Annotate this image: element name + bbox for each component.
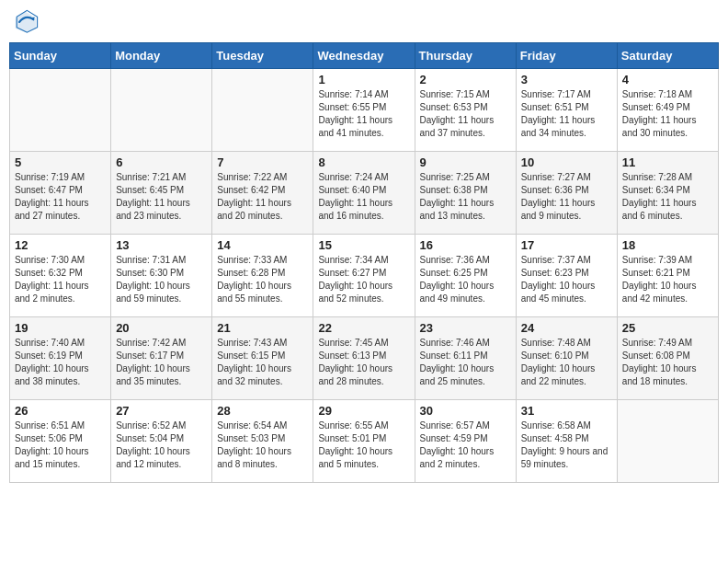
calendar-week-4: 19Sunrise: 7:40 AM Sunset: 6:19 PM Dayli… (10, 317, 719, 400)
day-info: Sunrise: 7:25 AM Sunset: 6:38 PM Dayligh… (420, 171, 511, 223)
day-info: Sunrise: 7:37 AM Sunset: 6:23 PM Dayligh… (521, 254, 612, 305)
day-number: 6 (116, 155, 207, 169)
calendar-week-2: 5Sunrise: 7:19 AM Sunset: 6:47 PM Daylig… (10, 152, 719, 235)
column-header-wednesday: Wednesday (313, 43, 415, 69)
calendar-cell: 12Sunrise: 7:30 AM Sunset: 6:32 PM Dayli… (10, 235, 111, 317)
day-number: 7 (217, 155, 308, 169)
day-number: 23 (420, 321, 511, 335)
calendar-table: SundayMondayTuesdayWednesdayThursdayFrid… (9, 42, 719, 483)
calendar-week-5: 26Sunrise: 6:51 AM Sunset: 5:06 PM Dayli… (10, 400, 719, 483)
day-info: Sunrise: 7:24 AM Sunset: 6:40 PM Dayligh… (318, 171, 409, 223)
logo-icon (13, 9, 39, 35)
calendar-cell: 30Sunrise: 6:57 AM Sunset: 4:59 PM Dayli… (415, 400, 516, 483)
calendar-cell: 16Sunrise: 7:36 AM Sunset: 6:25 PM Dayli… (415, 235, 516, 317)
day-info: Sunrise: 7:27 AM Sunset: 6:36 PM Dayligh… (521, 171, 612, 223)
day-number: 27 (116, 404, 207, 418)
day-number: 22 (318, 321, 409, 335)
day-number: 12 (15, 238, 106, 252)
column-header-saturday: Saturday (617, 43, 718, 69)
column-header-sunday: Sunday (10, 43, 111, 69)
column-header-thursday: Thursday (415, 43, 516, 69)
day-number: 10 (521, 155, 612, 169)
day-info: Sunrise: 7:39 AM Sunset: 6:21 PM Dayligh… (622, 254, 713, 305)
day-info: Sunrise: 7:22 AM Sunset: 6:42 PM Dayligh… (217, 171, 308, 223)
column-header-monday: Monday (111, 43, 212, 69)
day-info: Sunrise: 7:21 AM Sunset: 6:45 PM Dayligh… (116, 171, 207, 223)
calendar-cell: 19Sunrise: 7:40 AM Sunset: 6:19 PM Dayli… (10, 317, 111, 400)
calendar-cell: 26Sunrise: 6:51 AM Sunset: 5:06 PM Dayli… (10, 400, 111, 483)
calendar-cell: 25Sunrise: 7:49 AM Sunset: 6:08 PM Dayli… (617, 317, 718, 400)
day-info: Sunrise: 6:52 AM Sunset: 5:04 PM Dayligh… (116, 419, 207, 471)
day-info: Sunrise: 7:36 AM Sunset: 6:25 PM Dayligh… (420, 254, 511, 305)
day-number: 1 (318, 73, 409, 86)
day-number: 14 (217, 238, 308, 252)
day-info: Sunrise: 6:55 AM Sunset: 5:01 PM Dayligh… (318, 419, 409, 471)
day-info: Sunrise: 7:43 AM Sunset: 6:15 PM Dayligh… (217, 337, 308, 388)
day-number: 11 (622, 155, 713, 169)
day-info: Sunrise: 7:17 AM Sunset: 6:51 PM Dayligh… (521, 88, 612, 140)
calendar-cell: 27Sunrise: 6:52 AM Sunset: 5:04 PM Dayli… (111, 400, 212, 483)
day-info: Sunrise: 6:51 AM Sunset: 5:06 PM Dayligh… (15, 419, 106, 471)
calendar-cell: 13Sunrise: 7:31 AM Sunset: 6:30 PM Dayli… (111, 235, 212, 317)
day-info: Sunrise: 7:45 AM Sunset: 6:13 PM Dayligh… (318, 337, 409, 388)
calendar-cell: 8Sunrise: 7:24 AM Sunset: 6:40 PM Daylig… (313, 152, 415, 235)
day-info: Sunrise: 7:34 AM Sunset: 6:27 PM Dayligh… (318, 254, 409, 305)
calendar-cell: 23Sunrise: 7:46 AM Sunset: 6:11 PM Dayli… (415, 317, 516, 400)
day-number: 4 (622, 73, 713, 86)
day-info: Sunrise: 7:40 AM Sunset: 6:19 PM Dayligh… (15, 337, 106, 388)
calendar-week-3: 12Sunrise: 7:30 AM Sunset: 6:32 PM Dayli… (10, 235, 719, 317)
day-number: 16 (420, 238, 511, 252)
calendar-cell: 11Sunrise: 7:28 AM Sunset: 6:34 PM Dayli… (617, 152, 718, 235)
calendar-header-row: SundayMondayTuesdayWednesdayThursdayFrid… (10, 43, 719, 69)
column-header-friday: Friday (516, 43, 617, 69)
day-info: Sunrise: 7:15 AM Sunset: 6:53 PM Dayligh… (420, 88, 511, 140)
day-number: 9 (420, 155, 511, 169)
day-info: Sunrise: 7:30 AM Sunset: 6:32 PM Dayligh… (15, 254, 106, 305)
calendar-cell: 21Sunrise: 7:43 AM Sunset: 6:15 PM Dayli… (212, 317, 313, 400)
calendar-cell: 9Sunrise: 7:25 AM Sunset: 6:38 PM Daylig… (415, 152, 516, 235)
day-number: 28 (217, 404, 308, 418)
day-info: Sunrise: 6:54 AM Sunset: 5:03 PM Dayligh… (217, 419, 308, 471)
day-number: 15 (318, 238, 409, 252)
calendar-cell: 20Sunrise: 7:42 AM Sunset: 6:17 PM Dayli… (111, 317, 212, 400)
logo (13, 9, 42, 35)
calendar-cell (617, 400, 718, 483)
calendar-cell: 22Sunrise: 7:45 AM Sunset: 6:13 PM Dayli… (313, 317, 415, 400)
day-info: Sunrise: 7:19 AM Sunset: 6:47 PM Dayligh… (15, 171, 106, 223)
day-number: 20 (116, 321, 207, 335)
day-number: 5 (15, 155, 106, 169)
day-number: 17 (521, 238, 612, 252)
page-header (9, 9, 719, 35)
calendar-cell (10, 69, 111, 152)
day-number: 25 (622, 321, 713, 335)
day-info: Sunrise: 6:57 AM Sunset: 4:59 PM Dayligh… (420, 419, 511, 471)
calendar-cell: 29Sunrise: 6:55 AM Sunset: 5:01 PM Dayli… (313, 400, 415, 483)
calendar-cell: 4Sunrise: 7:18 AM Sunset: 6:49 PM Daylig… (617, 69, 718, 152)
day-number: 30 (420, 404, 511, 418)
calendar-cell (111, 69, 212, 152)
calendar-cell: 2Sunrise: 7:15 AM Sunset: 6:53 PM Daylig… (415, 69, 516, 152)
calendar-cell: 14Sunrise: 7:33 AM Sunset: 6:28 PM Dayli… (212, 235, 313, 317)
calendar-cell: 3Sunrise: 7:17 AM Sunset: 6:51 PM Daylig… (516, 69, 617, 152)
calendar-cell: 15Sunrise: 7:34 AM Sunset: 6:27 PM Dayli… (313, 235, 415, 317)
day-info: Sunrise: 7:31 AM Sunset: 6:30 PM Dayligh… (116, 254, 207, 305)
day-number: 21 (217, 321, 308, 335)
day-number: 24 (521, 321, 612, 335)
calendar-cell: 1Sunrise: 7:14 AM Sunset: 6:55 PM Daylig… (313, 69, 415, 152)
day-info: Sunrise: 7:14 AM Sunset: 6:55 PM Dayligh… (318, 88, 409, 140)
day-number: 18 (622, 238, 713, 252)
day-number: 29 (318, 404, 409, 418)
day-number: 31 (521, 404, 612, 418)
calendar-cell: 24Sunrise: 7:48 AM Sunset: 6:10 PM Dayli… (516, 317, 617, 400)
calendar-cell: 17Sunrise: 7:37 AM Sunset: 6:23 PM Dayli… (516, 235, 617, 317)
calendar-cell: 5Sunrise: 7:19 AM Sunset: 6:47 PM Daylig… (10, 152, 111, 235)
day-info: Sunrise: 7:18 AM Sunset: 6:49 PM Dayligh… (622, 88, 713, 140)
day-number: 26 (15, 404, 106, 418)
day-number: 19 (15, 321, 106, 335)
day-info: Sunrise: 7:48 AM Sunset: 6:10 PM Dayligh… (521, 337, 612, 388)
calendar-cell: 7Sunrise: 7:22 AM Sunset: 6:42 PM Daylig… (212, 152, 313, 235)
day-number: 8 (318, 155, 409, 169)
day-number: 3 (521, 73, 612, 86)
calendar-cell: 6Sunrise: 7:21 AM Sunset: 6:45 PM Daylig… (111, 152, 212, 235)
day-number: 13 (116, 238, 207, 252)
